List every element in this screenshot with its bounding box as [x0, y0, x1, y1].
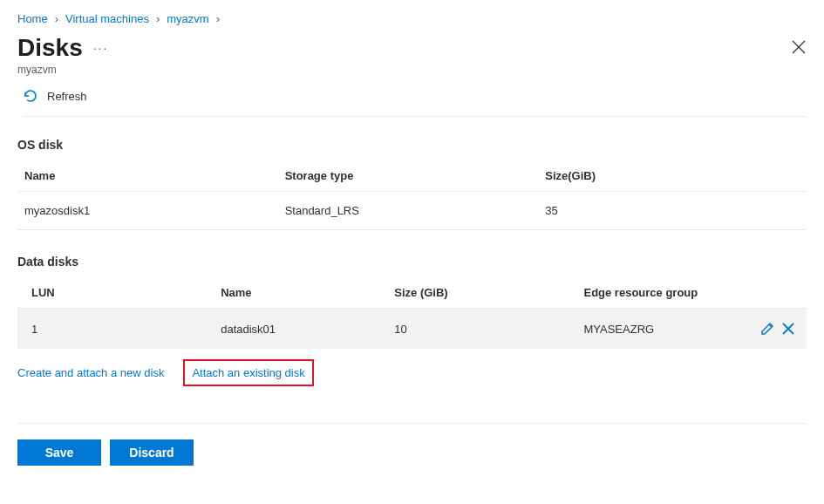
breadcrumb-home[interactable]: Home — [17, 12, 48, 25]
os-disk-storage: Standard_LRS — [278, 192, 539, 230]
data-disk-rg: MYASEAZRG — [569, 309, 746, 350]
close-icon — [791, 39, 807, 55]
col-size: Size(GiB) — [538, 160, 807, 192]
col-lun: LUN — [17, 277, 207, 309]
breadcrumb-virtual-machines[interactable]: Virtual machines — [65, 12, 149, 25]
col-size: Size (GiB) — [380, 277, 569, 309]
delete-icon[interactable] — [780, 321, 796, 337]
disk-actions: Create and attach a new disk Attach an e… — [17, 366, 807, 379]
attach-existing-highlight: Attach an existing disk — [183, 359, 313, 386]
refresh-icon — [23, 88, 38, 104]
data-disks-heading: Data disks — [17, 255, 807, 269]
chevron-right-icon: › — [55, 12, 58, 25]
col-storage-type: Storage type — [278, 160, 539, 192]
data-disks-table: LUN Name Size (GiB) Edge resource group … — [17, 277, 807, 349]
data-disk-lun: 1 — [17, 309, 207, 350]
close-button[interactable] — [791, 39, 807, 58]
col-name: Name — [207, 277, 380, 309]
data-disk-size: 10 — [380, 309, 569, 350]
os-disk-table: Name Storage type Size(GiB) myazosdisk1 … — [17, 160, 807, 230]
attach-existing-disk-link[interactable]: Attach an existing disk — [192, 366, 304, 379]
refresh-button[interactable]: Refresh — [23, 88, 87, 104]
breadcrumb-vm[interactable]: myazvm — [167, 12, 208, 25]
page-subtitle: myazvm — [17, 64, 807, 76]
edit-icon[interactable] — [759, 321, 775, 337]
os-disk-heading: OS disk — [17, 138, 807, 152]
discard-button[interactable]: Discard — [110, 439, 194, 466]
toolbar: Refresh — [23, 88, 807, 117]
breadcrumb: Home › Virtual machines › myazvm › — [17, 12, 807, 25]
os-disk-row: myazosdisk1 Standard_LRS 35 — [17, 192, 807, 230]
col-edge-rg: Edge resource group — [569, 277, 746, 309]
data-disk-row: 1 datadisk01 10 MYASEAZRG — [17, 309, 807, 350]
os-disk-size: 35 — [538, 192, 807, 230]
os-disk-name: myazosdisk1 — [17, 192, 278, 230]
page-title: Disks — [17, 34, 83, 62]
col-name: Name — [17, 160, 278, 192]
create-attach-new-disk-link[interactable]: Create and attach a new disk — [17, 366, 164, 379]
save-button[interactable]: Save — [17, 439, 101, 466]
refresh-label: Refresh — [47, 90, 87, 103]
chevron-right-icon: › — [156, 12, 160, 25]
footer: Save Discard — [17, 423, 807, 466]
data-disk-name: datadisk01 — [207, 309, 380, 350]
more-actions-button[interactable]: ··· — [93, 41, 109, 55]
chevron-right-icon: › — [216, 12, 220, 25]
